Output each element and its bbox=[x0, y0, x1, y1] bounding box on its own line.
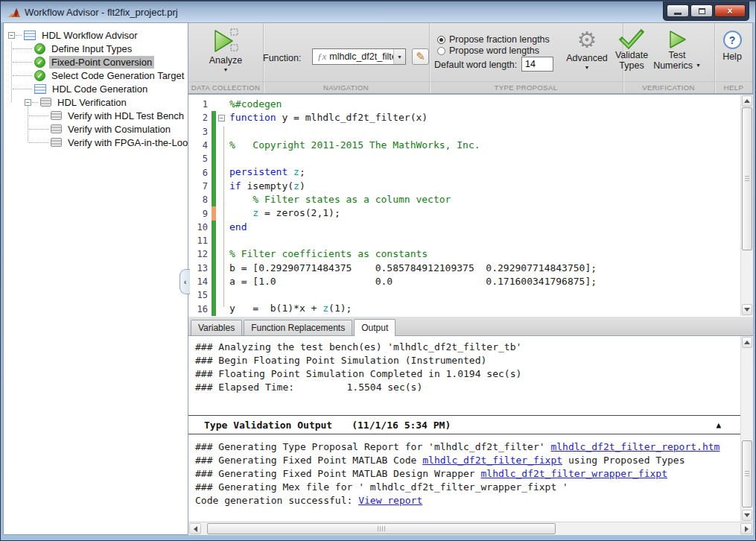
panel-collapse-handle[interactable]: ‹ bbox=[180, 269, 190, 294]
collapse-section-icon[interactable]: ▲ bbox=[716, 420, 721, 430]
task-box-icon bbox=[51, 111, 62, 120]
code-line: 15 bbox=[188, 288, 740, 302]
tree-item-fixed-point-conversion[interactable]: ✓Fixed-Point Conversion bbox=[4, 55, 188, 69]
report-link[interactable]: mlhdlc_df2t_filter_fixpt bbox=[422, 455, 562, 466]
dropdown-arrow-icon: ▼ bbox=[585, 65, 590, 71]
scroll-left-button[interactable] bbox=[189, 523, 201, 534]
toolbar-section-label-navigation: NAVIGATION bbox=[263, 82, 429, 94]
code-line: 4% Copyright 2011-2015 The MathWorks, In… bbox=[188, 139, 740, 152]
code-line: 16y = b(1)*x + z(1); bbox=[188, 302, 740, 315]
coverage-bar bbox=[212, 247, 216, 261]
scroll-right-button[interactable] bbox=[740, 523, 752, 534]
tree-connector bbox=[13, 62, 32, 63]
tree-item-hdl-code-generation[interactable]: HDL Code Generation bbox=[4, 82, 188, 95]
code-editing-area[interactable]: 1%#codegen2−function y = mlhdlc_df2t_fil… bbox=[188, 98, 740, 316]
tab-output[interactable]: Output bbox=[354, 319, 396, 336]
task-box-icon bbox=[51, 124, 62, 133]
titlebar[interactable]: Workflow Advisor - flt2fix_project.prj × bbox=[1, 1, 755, 22]
code-text: function y = mlhdlc_df2t_filter(x) bbox=[229, 111, 428, 124]
tree-item-verify-with-cosimulation[interactable]: Verify with Cosimulation bbox=[4, 122, 188, 136]
coverage-bar bbox=[212, 234, 216, 247]
tree-connector bbox=[13, 89, 32, 89]
validate-types-button[interactable]: Validate Types bbox=[606, 29, 658, 71]
code-fold-icon[interactable]: − bbox=[218, 115, 225, 121]
tab-variables[interactable]: Variables bbox=[191, 320, 242, 335]
line-number: 6 bbox=[188, 168, 208, 178]
tree-item-select-code-generation-target[interactable]: ✓Select Code Generation Target bbox=[4, 69, 188, 82]
report-link[interactable]: mlhdlc_df2t_filter_report.htm bbox=[550, 441, 720, 452]
horizontal-scrollbar-thumb[interactable] bbox=[207, 523, 556, 534]
code-line: 10end bbox=[188, 221, 740, 234]
default-word-length-label: Default word length: bbox=[434, 60, 517, 70]
line-number: 13 bbox=[188, 263, 208, 273]
analyze-label: Analyze bbox=[209, 55, 242, 66]
report-link[interactable]: mlhdlc_df2t_filter_wrapper_fixpt bbox=[481, 468, 667, 479]
console-line: ### Generating Fixed Point MATLAB Code m… bbox=[195, 454, 740, 467]
editor-vertical-scrollbar[interactable] bbox=[740, 95, 753, 316]
output-vertical-scrollbar[interactable] bbox=[740, 336, 753, 522]
line-number: 1 bbox=[188, 99, 208, 110]
coverage-bar bbox=[212, 262, 216, 275]
code-line: 3 bbox=[188, 125, 740, 139]
line-number: 8 bbox=[188, 194, 208, 205]
console-line: ### Begin Floating Point Simulation (Ins… bbox=[195, 354, 740, 367]
horizontal-scrollbar[interactable] bbox=[188, 522, 753, 535]
tree-connector bbox=[32, 102, 38, 103]
edit-function-button[interactable]: ✎ bbox=[412, 48, 429, 65]
tree-item-label: Verify with Cosimulation bbox=[66, 123, 173, 136]
coverage-bar bbox=[212, 221, 216, 234]
scroll-up-button[interactable] bbox=[742, 337, 752, 348]
function-combobox[interactable]: ƒx mlhdlc_df2t_filter ▼ bbox=[312, 48, 406, 65]
tree-expander-icon[interactable]: − bbox=[8, 32, 15, 39]
tree-item-label: HDL Workflow Advisor bbox=[39, 29, 140, 42]
analyze-button[interactable]: Analyze ▼ bbox=[200, 27, 251, 73]
restore-icon bbox=[699, 8, 705, 14]
tree-item-verify-with-hdl-test-bench[interactable]: Verify with HDL Test Bench bbox=[4, 109, 188, 122]
coverage-bar bbox=[212, 275, 216, 288]
tree-item-label: Verify with HDL Test Bench bbox=[66, 110, 186, 122]
tree-item-define-input-types[interactable]: ✓Define Input Types bbox=[4, 42, 188, 55]
default-word-length-input[interactable] bbox=[521, 57, 553, 72]
editor-scrollbar-thumb[interactable] bbox=[742, 107, 752, 250]
header-timestamp: (11/1/16 5:34 PM) bbox=[352, 420, 451, 431]
tree-connector bbox=[29, 116, 48, 116]
advanced-label: Advanced bbox=[566, 53, 608, 63]
toolbar: Analyze ▼ Function: ƒx mlhdlc_df2t_filte… bbox=[188, 22, 753, 94]
code-line: 7if isempty(z) bbox=[188, 180, 740, 193]
code-line: 8 % Filter states as a column vector bbox=[188, 193, 740, 206]
line-number: 3 bbox=[188, 127, 208, 137]
tab-function-replacements[interactable]: Function Replacements bbox=[244, 320, 352, 335]
scroll-down-button[interactable] bbox=[742, 510, 752, 521]
tree-item-verify-with-fpga-in-the-loop[interactable]: Verify with FPGA-in-the-Loop bbox=[4, 136, 188, 149]
minimize-button[interactable] bbox=[667, 4, 689, 17]
radio-propose-fraction-lengths[interactable]: Propose fraction lengths bbox=[437, 34, 550, 45]
tree-connector bbox=[16, 35, 22, 36]
test-numerics-button[interactable]: Test Numerics ▼ bbox=[654, 29, 700, 71]
console-line bbox=[195, 394, 740, 408]
console-line: Code generation successful: View report bbox=[195, 494, 740, 507]
combo-dropdown-icon[interactable]: ▼ bbox=[393, 49, 405, 64]
close-button[interactable]: × bbox=[714, 4, 746, 17]
restore-button[interactable] bbox=[690, 4, 713, 17]
radio-propose-word-lengths[interactable]: Propose word lengths bbox=[437, 45, 539, 56]
code-line: 1%#codegen bbox=[188, 98, 740, 111]
minimize-icon bbox=[674, 13, 682, 15]
scroll-up-button[interactable] bbox=[742, 95, 752, 107]
output-scrollbar-thumb[interactable] bbox=[742, 440, 752, 507]
window-title: Workflow Advisor - flt2fix_project.prj bbox=[25, 7, 178, 18]
tree-expander-icon[interactable]: − bbox=[25, 99, 31, 106]
help-button[interactable]: ? Help bbox=[714, 31, 751, 62]
report-link[interactable]: View report bbox=[358, 495, 422, 506]
test-run-icon bbox=[667, 29, 687, 50]
radio-on-icon bbox=[437, 36, 445, 44]
tree-connector bbox=[28, 106, 28, 142]
coverage-bar bbox=[212, 125, 216, 139]
type-validation-header: Type Validation Output(11/1/16 5:34 PM)▲ bbox=[188, 415, 740, 434]
tree-item-hdl-workflow-advisor[interactable]: −HDL Workflow Advisor bbox=[4, 28, 188, 42]
task-box-icon bbox=[51, 138, 62, 147]
tree-item-hdl-verification[interactable]: −HDL Verification bbox=[4, 95, 188, 109]
scroll-down-button[interactable] bbox=[742, 304, 752, 315]
line-number: 9 bbox=[188, 209, 208, 219]
line-number: 7 bbox=[188, 181, 208, 192]
help-icon: ? bbox=[723, 31, 742, 49]
